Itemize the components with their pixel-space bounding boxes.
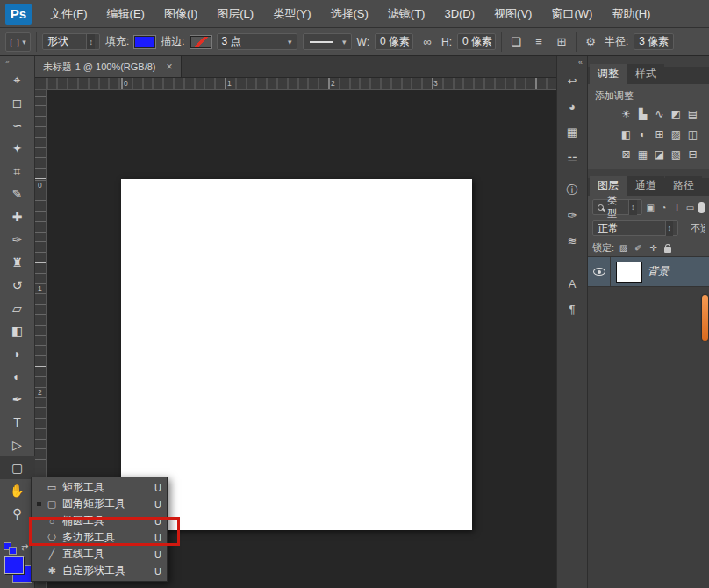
blend-mode-select[interactable]: 正常 ↕ [592, 220, 678, 236]
quick-select-tool[interactable]: ✦ [0, 137, 35, 160]
hand-tool[interactable]: ✋ [0, 479, 35, 502]
stroke-style-select[interactable]: ▾ [303, 33, 352, 50]
stroke-width-field[interactable]: 3 点 ▾ [217, 33, 297, 50]
fill-color-swatch[interactable] [134, 36, 155, 48]
menu-item-polygon-tool[interactable]: ⎔ 多边形工具 U [32, 529, 167, 546]
exposure-icon[interactable]: ◩ [668, 108, 684, 122]
brush-panel-icon[interactable]: ✑ [561, 204, 584, 226]
filter-pixel-layers-icon[interactable]: ▣ [646, 203, 655, 212]
foreground-color-swatch[interactable] [4, 556, 24, 574]
horizontal-ruler[interactable]: 0 1 2 3 [47, 78, 556, 90]
menu-select[interactable]: 选择(S) [320, 0, 377, 28]
lock-position-icon[interactable]: ✛ [648, 243, 659, 253]
tab-styles[interactable]: 样式 [627, 64, 664, 84]
color-lookup-icon[interactable]: ⊠ [618, 148, 634, 162]
layer-filter-select[interactable]: 类型 ↕ [592, 199, 642, 215]
width-field[interactable]: 0 像素 [375, 33, 413, 50]
brush-tool[interactable]: ✑ [0, 228, 35, 251]
channel-mixer-icon[interactable]: ◫ [684, 128, 701, 142]
paragraph-panel-icon[interactable]: ¶ [561, 298, 584, 320]
path-operations-button[interactable]: ❏ [507, 35, 525, 48]
healing-brush-tool[interactable]: ✚ [0, 205, 35, 228]
tool-preset-button[interactable]: ▢ ▾ [5, 32, 31, 52]
character-panel-icon[interactable]: A [561, 273, 584, 295]
blur-tool[interactable]: ◗ [0, 342, 35, 365]
menu-type[interactable]: 类型(Y) [263, 0, 320, 28]
posterize-icon[interactable]: ◪ [651, 148, 668, 162]
tool-mode-select[interactable]: 形状 ↕ [42, 33, 100, 50]
layer-row-background[interactable]: 背景 [588, 257, 709, 287]
dodge-tool[interactable]: ◐ [0, 365, 35, 388]
hue-saturation-icon[interactable]: ◧ [618, 128, 634, 142]
color-balance-icon[interactable]: ◐ [634, 128, 651, 142]
path-arrange-button[interactable]: ⊞ [553, 35, 570, 48]
swap-colors-icon[interactable]: ⇄ [21, 542, 28, 552]
link-dimensions-icon[interactable]: ∞ [419, 35, 436, 48]
menu-image[interactable]: 图像(I) [154, 0, 207, 28]
zoom-tool[interactable]: ⚲ [0, 502, 35, 525]
lasso-tool[interactable]: ∽ [0, 114, 35, 137]
document-canvas[interactable] [121, 179, 472, 530]
height-field[interactable]: 0 像素 [457, 33, 496, 50]
marquee-tool[interactable]: ◻ [0, 91, 35, 114]
gradient-map-icon[interactable]: ⊟ [684, 148, 701, 162]
close-tab-icon[interactable]: × [167, 61, 173, 73]
shape-tool[interactable]: ▢ [0, 456, 35, 479]
menu-view[interactable]: 视图(V) [484, 0, 541, 28]
invert-icon[interactable]: ▦ [634, 148, 651, 162]
tab-paths[interactable]: 路径 [665, 176, 702, 196]
gradient-tool[interactable]: ◧ [0, 319, 35, 342]
menu-file[interactable]: 文件(F) [40, 0, 97, 28]
filter-type-layers-icon[interactable]: T [672, 203, 682, 212]
orange-scroll-indicator[interactable] [702, 295, 708, 341]
lock-image-icon[interactable]: ✐ [633, 243, 644, 253]
filter-shape-layers-icon[interactable]: ▭ [685, 203, 695, 212]
levels-icon[interactable]: ▙ [634, 108, 651, 122]
menu-item-ellipse-tool[interactable]: ○ 椭圆工具 U [32, 513, 167, 529]
tab-channels[interactable]: 通道 [627, 176, 664, 196]
menu-help[interactable]: 帮助(H) [602, 0, 660, 28]
brightness-contrast-icon[interactable]: ☀ [618, 108, 634, 122]
menu-item-line-tool[interactable]: ╱ 直线工具 U [32, 546, 167, 563]
pen-tool[interactable]: ✒ [0, 388, 35, 411]
gear-icon[interactable]: ⚙ [582, 35, 599, 48]
tab-adjustments[interactable]: 调整 [590, 64, 627, 84]
lock-transparent-icon[interactable]: ▨ [618, 243, 629, 253]
document-tab[interactable]: 未标题-1 @ 100%(RGB/8) × [35, 56, 182, 77]
curves-icon[interactable]: ∿ [651, 108, 668, 122]
visibility-cell[interactable] [588, 257, 611, 286]
eraser-tool[interactable]: ▱ [0, 297, 35, 319]
menu-filter[interactable]: 滤镜(T) [378, 0, 435, 28]
vibrance-icon[interactable]: ▤ [684, 108, 701, 122]
history-brush-tool[interactable]: ↺ [0, 274, 35, 297]
path-select-tool[interactable]: ▷ [0, 434, 35, 456]
mini-background-swatch[interactable] [9, 547, 17, 555]
menu-3d[interactable]: 3D(D) [434, 0, 484, 28]
eyedropper-tool[interactable]: ✎ [0, 183, 35, 205]
black-white-icon[interactable]: ⊞ [651, 128, 668, 142]
filter-adjustment-layers-icon[interactable]: ◔ [659, 203, 669, 212]
photo-filter-icon[interactable]: ▨ [668, 128, 684, 142]
history-panel-icon[interactable]: ↩ [561, 70, 584, 92]
ruler-corner[interactable] [35, 78, 47, 90]
menu-item-rounded-rectangle-tool[interactable]: ▢ 圆角矩形工具 U [32, 496, 167, 513]
type-tool[interactable]: T [0, 411, 35, 434]
properties-panel-icon[interactable]: ⚍ [561, 147, 584, 169]
collapse-tools-icon[interactable]: » [0, 58, 34, 68]
move-tool[interactable]: ⌖ [0, 68, 35, 91]
threshold-icon[interactable]: ▧ [668, 148, 684, 162]
menu-layer[interactable]: 图层(L) [207, 0, 263, 28]
path-alignment-button[interactable]: ≡ [530, 35, 548, 48]
filter-toggle[interactable] [698, 202, 705, 213]
collapse-panels-icon[interactable]: « [557, 58, 587, 68]
info-panel-icon[interactable]: ⓘ [561, 179, 584, 201]
layer-thumbnail[interactable] [616, 262, 642, 283]
stroke-color-swatch[interactable] [190, 36, 211, 48]
styles-panel-icon[interactable]: ◕ [561, 96, 584, 118]
clone-stamp-tool[interactable]: ♜ [0, 251, 35, 274]
menu-item-custom-shape-tool[interactable]: ✱ 自定形状工具 U [32, 563, 167, 579]
clone-source-panel-icon[interactable]: ≋ [561, 230, 584, 252]
menu-window[interactable]: 窗口(W) [541, 0, 602, 28]
radius-field[interactable]: 3 像素 [634, 33, 674, 50]
menu-edit[interactable]: 编辑(E) [97, 0, 154, 28]
